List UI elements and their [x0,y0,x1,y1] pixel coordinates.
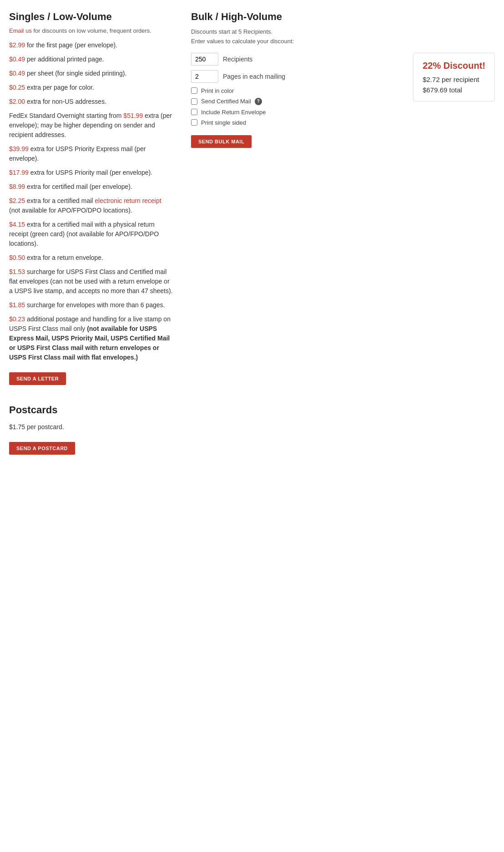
price-certified-desc: extra for certified mail (per envelope). [27,183,132,190]
bulk-notes: Discounts start at 5 Recipients. Enter v… [191,27,495,46]
price-flat-envelope: $1.53 surcharge for USPS First Class and… [9,267,173,296]
single-sided-row: Print single sided [191,119,399,126]
price-additional-page-desc: per additional printed page. [27,56,104,63]
price-electronic-receipt-amount: $2.25 [9,197,25,204]
discount-per-recipient: $2.72 per recipient [423,76,485,83]
bulk-title: Bulk / High-Volume [191,11,495,23]
return-envelope-label: Include Return Envelope [201,109,266,116]
electronic-return-receipt-link[interactable]: electronic return receipt [95,197,161,204]
return-envelope-row: Include Return Envelope [191,109,399,116]
discount-percent-value: 22% [423,61,441,71]
certified-mail-checkbox[interactable] [191,98,197,105]
price-priority-express-desc: extra for USPS Priority Express mail (pe… [9,145,146,162]
bulk-note-line1: Discounts start at 5 Recipients. [191,27,495,37]
price-live-stamp-amount: $0.23 [9,315,25,323]
price-first-page-desc: for the first page (per envelope). [27,41,117,49]
price-non-us: $2.00 extra for non-US addresses. [9,97,173,106]
discount-total: $679.69 total [423,86,485,94]
bulk-calculator-area: Recipients Pages in each mailing Print i… [191,53,495,153]
postcard-price-text: $1.75 per postcard. [9,423,64,431]
price-fedex-prefix: FedEx Standard Overnight starting from [9,112,123,119]
price-first-page-amount: $2.99 [9,41,25,49]
price-priority-amount: $17.99 [9,169,29,176]
print-color-row: Print in color [191,87,399,94]
price-six-pages: $1.85 surcharge for envelopes with more … [9,300,173,310]
print-color-checkbox[interactable] [191,87,197,94]
recipients-label: Recipients [223,56,252,63]
price-non-us-amount: $2.00 [9,98,25,105]
price-fedex-amount: $51.99 [123,112,143,119]
recipients-input[interactable] [191,53,218,66]
postcard-price: $1.75 per postcard. [9,422,173,432]
price-six-pages-amount: $1.85 [9,301,25,309]
price-priority-express-amount: $39.99 [9,145,29,152]
single-sided-label: Print single sided [201,119,246,126]
price-electronic-receipt-suffix: (not available for APO/FPO/DPO locations… [9,207,132,214]
singles-section: Singles / Low-Volume Email us for discou… [9,11,173,460]
print-color-label: Print in color [201,87,234,94]
price-first-page: $2.99 for the first page (per envelope). [9,41,173,50]
bulk-controls: Recipients Pages in each mailing Print i… [191,53,399,153]
price-physical-receipt-desc: extra for a certified mail with a physic… [9,221,159,247]
recipients-row: Recipients [191,53,399,66]
price-return-envelope-desc: extra for a return envelope. [27,254,103,261]
price-single-sided: $0.49 per sheet (for single sided printi… [9,69,173,78]
single-sided-checkbox[interactable] [191,119,197,126]
price-six-pages-desc: surcharge for envelopes with more than 6… [27,301,165,309]
price-additional-page: $0.49 per additional printed page. [9,55,173,64]
price-non-us-desc: extra for non-US addresses. [27,98,106,105]
price-certified-amount: $8.99 [9,183,25,190]
price-physical-receipt: $4.15 extra for a certified mail with a … [9,220,173,248]
price-fedex: FedEx Standard Overnight starting from $… [9,111,173,140]
price-electronic-receipt: $2.25 extra for a certified mail electro… [9,196,173,215]
pages-input[interactable] [191,70,218,83]
pages-row: Pages in each mailing [191,70,399,83]
pages-label: Pages in each mailing [223,73,285,80]
price-electronic-receipt-prefix: extra for a certified mail [27,197,95,204]
price-certified: $8.99 extra for certified mail (per enve… [9,182,173,192]
price-priority-express: $39.99 extra for USPS Priority Express m… [9,144,173,163]
send-postcard-button[interactable]: SEND A POSTCARD [9,442,75,455]
return-envelope-checkbox[interactable] [191,109,197,115]
price-live-stamp: $0.23 additional postage and handling fo… [9,314,173,362]
price-priority-desc: extra for USPS Priority mail (per envelo… [30,169,152,176]
email-link[interactable]: Email us [9,27,32,34]
price-return-envelope-amount: $0.50 [9,254,25,261]
discount-label: Discount! [444,61,485,71]
singles-title: Singles / Low-Volume [9,11,173,23]
bulk-section: Bulk / High-Volume Discounts start at 5 … [191,11,495,153]
price-physical-receipt-amount: $4.15 [9,221,25,228]
price-return-envelope: $0.50 extra for a return envelope. [9,253,173,263]
price-additional-page-amount: $0.49 [9,56,25,63]
price-color: $0.25 extra per page for color. [9,83,173,92]
send-bulk-mail-button[interactable]: SEND BULK MAIL [191,135,252,148]
certified-mail-label: Send Certified Mail [201,98,251,105]
discount-box: 22% Discount! $2.72 per recipient $679.6… [413,53,495,101]
price-flat-envelope-amount: $1.53 [9,268,25,275]
send-letter-button[interactable]: SEND A LETTER [9,372,66,385]
discount-percent: 22% Discount! [423,61,485,71]
price-flat-envelope-desc: surcharge for USPS First Class and Certi… [9,268,173,294]
postcards-title: Postcards [9,404,173,416]
price-priority: $17.99 extra for USPS Priority mail (per… [9,168,173,178]
email-note-suffix: for discounts on low volume, frequent or… [32,27,151,34]
price-single-sided-amount: $0.49 [9,70,25,77]
certified-mail-row: Send Certified Mail ? [191,98,399,105]
price-color-desc: extra per page for color. [27,84,94,91]
email-note: Email us for discounts on low volume, fr… [9,27,173,34]
price-color-amount: $0.25 [9,84,25,91]
bulk-note-line2: Enter values to calculate your discount: [191,37,495,46]
price-single-sided-desc: per sheet (for single sided printing). [27,70,126,77]
postcards-section: Postcards [9,404,173,416]
certified-mail-help-icon[interactable]: ? [255,98,262,105]
